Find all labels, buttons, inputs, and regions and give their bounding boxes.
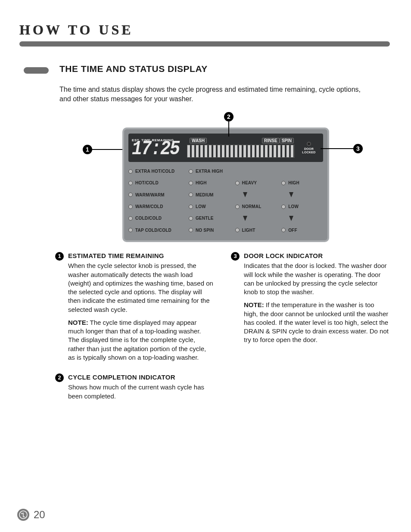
radio-icon [235, 228, 240, 232]
opt-label: HIGH [288, 180, 299, 185]
item-3: 3 DOOR LOCK INDICATOR Indicates that the… [231, 252, 389, 349]
opt-col4-5 [281, 216, 323, 221]
note-text: The cycle time displayed may appear much… [68, 319, 206, 361]
item-2-title: CYCLE COMPLETION INDICATOR [68, 373, 214, 382]
item-1-badge: 1 [55, 252, 64, 261]
item-2-text: Shows how much of the current wash cycle… [68, 383, 214, 401]
radio-icon [128, 181, 133, 185]
radio-icon [128, 216, 133, 221]
opt-label: COLD/COLD [135, 216, 162, 221]
lg-logo-svg [19, 510, 28, 519]
section-title: THE TIME AND STATUS DISPLAY [59, 64, 208, 74]
time-value: 17:25 [132, 139, 184, 159]
opt-col2-3: MEDIUM [189, 193, 235, 197]
opt-col1-1: EXTRA HOT/COLD [128, 169, 189, 174]
opt-label: HOT/COLD [135, 180, 159, 185]
opt-label: NO SPIN [196, 228, 214, 233]
phase-spacer [207, 138, 262, 143]
section-bullet [24, 67, 49, 74]
manual-page: HOW TO USE THE TIME AND STATUS DISPLAY T… [0, 0, 411, 532]
note-label: NOTE: [244, 301, 264, 308]
lcd-row: EST. TIME REMAINING 17:25 WASH RINSE SPI… [128, 134, 323, 162]
callout-2: 2 [224, 112, 234, 121]
opt-label: MEDIUM [196, 193, 214, 197]
item-1-title: ESTIMATED TIME REMAINING [68, 252, 214, 260]
opt-col1-6: TAP COLD/COLD [128, 228, 189, 233]
radio-icon [128, 193, 133, 197]
opt-label: WARM/WARM [135, 193, 165, 197]
item-1: 1 ESTIMATED TIME REMAINING When the cycl… [55, 252, 214, 366]
callout-2-line [228, 121, 229, 137]
door-lock-led-icon [307, 142, 311, 146]
item-1-body: ESTIMATED TIME REMAINING When the cycle … [68, 252, 214, 366]
radio-icon [189, 205, 193, 209]
radio-icon [235, 205, 240, 209]
opt-label: NORMAL [242, 204, 262, 209]
radio-icon [281, 181, 286, 185]
item-3-body: DOOR LOCK INDICATOR Indicates that the d… [244, 252, 389, 349]
column-right: 3 DOOR LOCK INDICATOR Indicates that the… [231, 252, 389, 412]
callout-3: 3 [353, 144, 363, 153]
phase-spin: SPIN [280, 138, 294, 143]
opt-col3-2: HEAVY [235, 180, 282, 185]
note-label: NOTE: [68, 319, 88, 326]
opt-label: EXTRA HOT/COLD [135, 169, 174, 174]
item-3-badge: 3 [231, 252, 240, 261]
column-left: 1 ESTIMATED TIME REMAINING When the cycl… [55, 252, 214, 412]
radio-icon [189, 181, 193, 185]
opt-col2-2: HIGH [189, 180, 235, 185]
opt-label: WARM/COLD [135, 204, 163, 209]
opt-label: GENTLE [196, 216, 214, 221]
callout-1-line [92, 149, 122, 150]
radio-icon [281, 205, 286, 209]
opt-col1-2: HOT/COLD [128, 180, 189, 185]
radio-icon [235, 181, 240, 185]
opt-label: LOW [288, 204, 299, 209]
opt-col3-3 [235, 192, 282, 197]
door-lock-block: DOOR LOCKED [298, 142, 320, 154]
door-lock-label: DOOR LOCKED [298, 147, 320, 154]
opt-label: HIGH [196, 180, 207, 185]
item-3-title: DOOR LOCK INDICATOR [244, 252, 389, 260]
opt-col3-6: LIGHT [235, 228, 282, 233]
radio-icon [128, 228, 133, 232]
radio-icon [189, 216, 193, 221]
opt-col1-3: WARM/WARM [128, 193, 189, 197]
footer: 20 [17, 509, 45, 521]
phase-rinse: RINSE [262, 138, 280, 143]
opt-label: OFF [288, 228, 297, 233]
radio-icon [189, 193, 193, 197]
opt-col2-4: LOW [189, 204, 235, 209]
washer-display-panel: EST. TIME REMAINING 17:25 WASH RINSE SPI… [122, 128, 329, 242]
arrow-down-icon [289, 192, 293, 197]
radio-icon [281, 228, 286, 232]
radio-icon [128, 205, 133, 209]
radio-icon [128, 169, 133, 174]
opt-col1-4: WARM/COLD [128, 204, 189, 209]
opt-label: TAP COLD/COLD [135, 228, 171, 233]
item-2-body: CYCLE COMPLETION INDICATOR Shows how muc… [68, 373, 214, 405]
item-3-note: NOTE: If the temperature in the washer i… [244, 301, 389, 344]
progress-block: WASH RINSE SPIN [187, 138, 295, 158]
display-illustration: 1 2 3 EST. TIME REMAINING 17:25 WASH RIN… [83, 112, 363, 246]
callout-1: 1 [83, 145, 92, 154]
time-block: EST. TIME REMAINING 17:25 [132, 138, 184, 158]
opt-col2-6: NO SPIN [189, 228, 235, 233]
section-intro: The time and status display shows the cy… [59, 85, 361, 103]
opt-label: EXTRA HIGH [196, 169, 223, 174]
chapter-title: HOW TO USE [19, 16, 134, 39]
opt-col4-3 [281, 192, 323, 197]
item-2-badge: 2 [55, 373, 64, 382]
radio-icon [189, 228, 193, 232]
opt-col4-4: LOW [281, 204, 323, 209]
arrow-down-icon [289, 216, 293, 221]
item-1-note: NOTE: The cycle time displayed may appea… [68, 318, 214, 362]
lg-logo-icon [17, 509, 29, 521]
progress-bar [187, 145, 295, 158]
opt-col4-2: HIGH [281, 180, 323, 185]
horizontal-rule [19, 41, 390, 47]
item-1-text: When the cycle selector knob is pressed,… [68, 261, 214, 314]
page-number: 20 [34, 509, 45, 521]
opt-col2-5: GENTLE [189, 216, 235, 221]
phase-labels: WASH RINSE SPIN [187, 138, 295, 143]
